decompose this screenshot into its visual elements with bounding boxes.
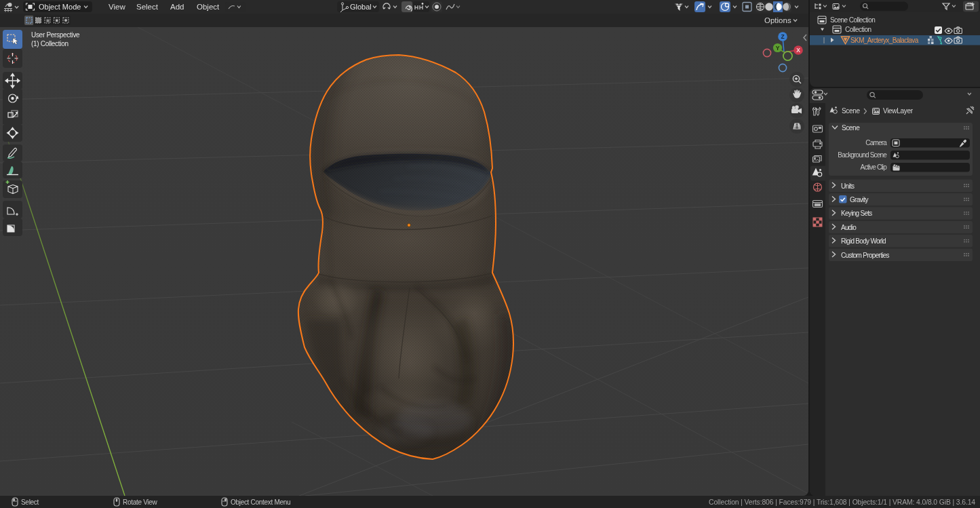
svg-text:Object Context Menu: Object Context Menu [231, 499, 290, 506]
svg-text:Rotate View: Rotate View [123, 499, 158, 506]
svg-text:Object: Object [197, 3, 220, 11]
svg-text:Options: Options [764, 16, 791, 24]
svg-text:Scene Collection: Scene Collection [830, 16, 875, 24]
svg-text:Scene: Scene [842, 107, 861, 115]
svg-text:Camera: Camera [865, 139, 887, 146]
svg-text:Y: Y [776, 45, 780, 52]
svg-text:Collection: Collection [845, 26, 871, 33]
svg-text:Global: Global [350, 3, 372, 11]
svg-text:Collection | Verts:806 | Faces: Collection | Verts:806 | Faces:979 | Tri… [709, 499, 975, 506]
svg-text:Gravity: Gravity [850, 196, 868, 203]
svg-text:Add: Add [170, 3, 184, 11]
svg-text:User Perspective: User Perspective [31, 31, 80, 39]
svg-text:Units: Units [841, 182, 855, 190]
svg-text:Z: Z [781, 33, 784, 40]
svg-text:Audio: Audio [841, 224, 857, 231]
svg-text:Active Clip: Active Clip [861, 163, 888, 171]
svg-text:Object Mode: Object Mode [39, 3, 81, 11]
svg-text:SKM_Arcteryx_Balaclava: SKM_Arcteryx_Balaclava [850, 37, 919, 44]
svg-text:Background Scene: Background Scene [838, 151, 887, 159]
svg-text:Select: Select [136, 3, 159, 11]
svg-text:Scene: Scene [842, 124, 860, 132]
svg-text:X: X [796, 47, 800, 54]
svg-text:ViewLayer: ViewLayer [883, 107, 914, 115]
svg-text:Select: Select [21, 499, 39, 506]
svg-text:Custom Properties: Custom Properties [841, 252, 890, 259]
svg-text:Keying Sets: Keying Sets [841, 210, 872, 217]
svg-text:(1) Collection: (1) Collection [31, 40, 68, 47]
svg-text:View: View [109, 3, 125, 11]
svg-text:Rigid Body World: Rigid Body World [841, 237, 886, 245]
